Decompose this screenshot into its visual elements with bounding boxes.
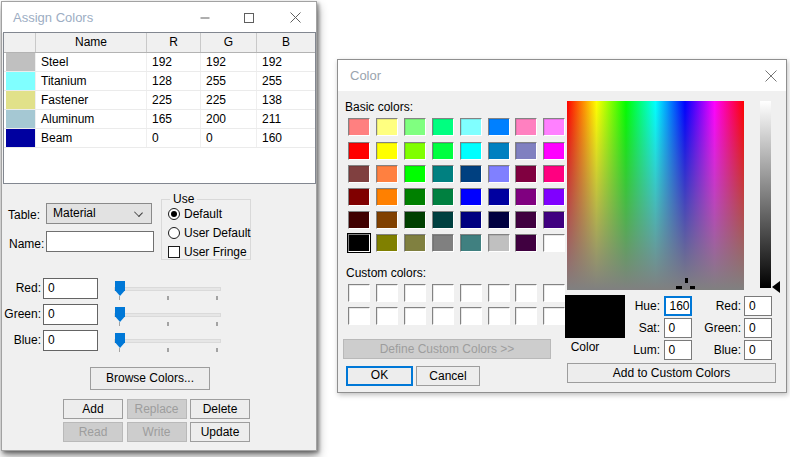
basic-color-swatch[interactable] <box>460 118 482 136</box>
basic-color-swatch[interactable] <box>488 165 510 183</box>
row-name-cell[interactable]: Fastener <box>36 91 147 109</box>
row-g-cell[interactable]: 192 <box>201 53 257 71</box>
radio-icon[interactable] <box>168 208 180 220</box>
row-name-cell[interactable]: Beam <box>36 129 147 147</box>
color-titlebar[interactable]: Color <box>338 60 786 91</box>
row-r-cell[interactable]: 165 <box>147 110 201 128</box>
basic-color-swatch[interactable] <box>432 165 454 183</box>
basic-color-swatch[interactable] <box>348 234 370 252</box>
assign-colors-titlebar[interactable]: Assign Colors <box>2 2 316 33</box>
basic-color-swatch[interactable] <box>376 142 398 160</box>
table-row[interactable]: Steel192192192 <box>4 53 315 72</box>
basic-color-swatch[interactable] <box>515 188 537 206</box>
r-column-header[interactable]: R <box>147 33 201 52</box>
basic-color-swatch[interactable] <box>432 118 454 136</box>
table-row[interactable]: Beam00160 <box>4 129 315 148</box>
table-row[interactable]: Aluminum165200211 <box>4 110 315 129</box>
basic-color-swatch[interactable] <box>460 142 482 160</box>
basic-color-swatch[interactable] <box>543 165 565 183</box>
green-input[interactable]: 0 <box>43 304 98 325</box>
row-b-cell[interactable]: 192 <box>257 53 315 71</box>
replace-button[interactable]: Replace <box>127 399 187 419</box>
custom-color-swatch[interactable] <box>515 307 537 325</box>
basic-color-swatch[interactable] <box>543 211 565 229</box>
color-table-header[interactable]: Name R G B <box>4 33 315 53</box>
row-name-cell[interactable]: Titanium <box>36 72 147 90</box>
row-r-cell[interactable]: 128 <box>147 72 201 90</box>
row-r-cell[interactable]: 225 <box>147 91 201 109</box>
basic-color-swatch[interactable] <box>488 188 510 206</box>
basic-color-swatch[interactable] <box>376 234 398 252</box>
basic-color-swatch[interactable] <box>488 118 510 136</box>
basic-color-swatch[interactable] <box>376 165 398 183</box>
row-g-cell[interactable]: 255 <box>201 72 257 90</box>
basic-color-swatch[interactable] <box>515 211 537 229</box>
custom-color-swatch[interactable] <box>543 284 565 302</box>
red-value-input[interactable]: 0 <box>744 296 772 316</box>
basic-color-swatch[interactable] <box>515 165 537 183</box>
row-g-cell[interactable]: 225 <box>201 91 257 109</box>
row-r-cell[interactable]: 0 <box>147 129 201 147</box>
custom-color-swatch[interactable] <box>404 284 426 302</box>
row-b-cell[interactable]: 211 <box>257 110 315 128</box>
basic-color-swatch[interactable] <box>348 165 370 183</box>
custom-color-swatch[interactable] <box>515 284 537 302</box>
red-slider-track[interactable] <box>114 287 221 291</box>
basic-color-swatch[interactable] <box>404 188 426 206</box>
basic-color-swatch[interactable] <box>376 211 398 229</box>
ok-button[interactable]: OK <box>346 366 413 386</box>
minimize-button[interactable] <box>188 2 222 33</box>
custom-color-swatch[interactable] <box>432 307 454 325</box>
name-column-header[interactable]: Name <box>36 33 147 52</box>
basic-color-swatch[interactable] <box>488 234 510 252</box>
custom-color-swatch[interactable] <box>543 307 565 325</box>
basic-color-swatch[interactable] <box>515 118 537 136</box>
custom-color-swatch[interactable] <box>376 284 398 302</box>
add-to-custom-colors-button[interactable]: Add to Custom Colors <box>567 363 776 383</box>
basic-color-swatch[interactable] <box>432 142 454 160</box>
g-column-header[interactable]: G <box>201 33 257 52</box>
radio-icon[interactable] <box>168 227 180 239</box>
basic-color-swatch[interactable] <box>543 188 565 206</box>
define-custom-colors-button[interactable]: Define Custom Colors >> <box>343 339 551 359</box>
row-r-cell[interactable]: 192 <box>147 53 201 71</box>
custom-color-swatch[interactable] <box>348 284 370 302</box>
red-input[interactable]: 0 <box>43 278 98 299</box>
row-b-cell[interactable]: 138 <box>257 91 315 109</box>
custom-color-swatch[interactable] <box>460 284 482 302</box>
row-b-cell[interactable]: 160 <box>257 129 315 147</box>
luminance-bar[interactable] <box>760 101 771 288</box>
row-g-cell[interactable]: 200 <box>201 110 257 128</box>
custom-color-swatch[interactable] <box>460 307 482 325</box>
basic-color-swatch[interactable] <box>460 234 482 252</box>
row-name-cell[interactable]: Aluminum <box>36 110 147 128</box>
basic-color-swatch[interactable] <box>460 188 482 206</box>
row-name-cell[interactable]: Steel <box>36 53 147 71</box>
green-value-input[interactable]: 0 <box>744 318 772 338</box>
maximize-button[interactable] <box>232 2 266 33</box>
basic-color-swatch[interactable] <box>348 211 370 229</box>
basic-color-swatch[interactable] <box>404 142 426 160</box>
basic-color-swatch[interactable] <box>460 211 482 229</box>
swatch-column-header[interactable] <box>4 33 36 52</box>
close-button[interactable] <box>278 2 312 33</box>
blue-input[interactable]: 0 <box>43 330 98 351</box>
basic-color-swatch[interactable] <box>404 234 426 252</box>
update-button[interactable]: Update <box>190 422 250 442</box>
browse-colors-button[interactable]: Browse Colors... <box>90 367 210 390</box>
lum-input[interactable]: 0 <box>664 340 692 360</box>
basic-color-swatch[interactable] <box>432 211 454 229</box>
basic-color-swatch[interactable] <box>404 118 426 136</box>
color-close-button[interactable] <box>754 60 788 91</box>
radio-user-default[interactable]: User Default <box>168 226 251 239</box>
blue-slider-track[interactable] <box>114 339 221 343</box>
basic-color-swatch[interactable] <box>376 188 398 206</box>
basic-color-swatch[interactable] <box>488 142 510 160</box>
basic-color-swatch[interactable] <box>432 188 454 206</box>
cancel-button[interactable]: Cancel <box>416 366 480 386</box>
write-button[interactable]: Write <box>127 422 187 442</box>
b-column-header[interactable]: B <box>257 33 315 52</box>
red-slider-thumb[interactable] <box>115 281 125 296</box>
read-button[interactable]: Read <box>63 422 123 442</box>
custom-color-swatch[interactable] <box>348 307 370 325</box>
